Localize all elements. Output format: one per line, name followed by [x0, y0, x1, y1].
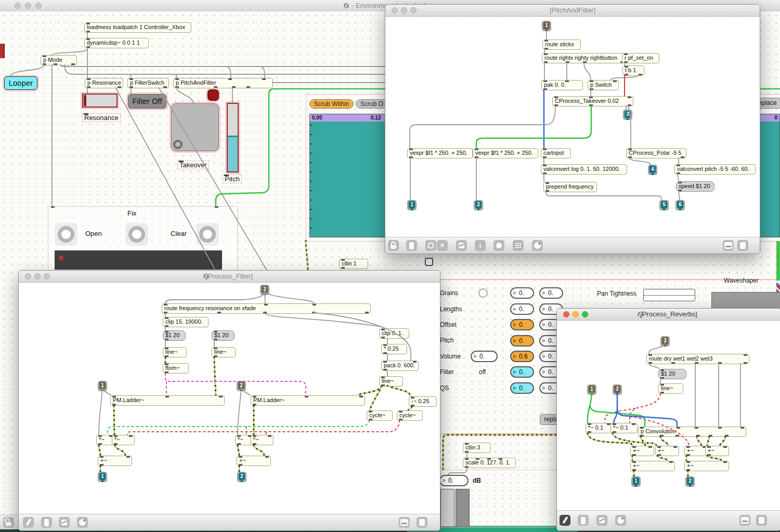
object-line-c[interactable]: line~: [379, 376, 403, 387]
fix-knob-1[interactable]: [58, 226, 74, 243]
object-line[interactable]: line~: [658, 383, 683, 394]
info-icon[interactable]: [475, 240, 486, 251]
outlet-badge-6[interactable]: 6: [675, 200, 685, 210]
outlet-badge-4[interactable]: 4: [648, 165, 657, 175]
pictslider-thumb[interactable]: [173, 140, 183, 149]
x-box-icon[interactable]: [437, 240, 448, 251]
numbox-pitch-1[interactable]: 0.: [510, 335, 534, 347]
small-square-button[interactable]: [425, 258, 433, 266]
lock-icon[interactable]: [388, 240, 399, 251]
object-pm-ladder-2[interactable]: PM.Ladder~: [251, 395, 365, 406]
object-plus-a[interactable]: +~: [98, 456, 132, 466]
object-line-b[interactable]: line~: [212, 347, 236, 357]
object-sub-025[interactable]: -~ 0.25: [409, 396, 437, 407]
object-times-a2[interactable]: *~: [112, 435, 135, 445]
object-cprocess-takeover[interactable]: CProcess_Takeover 0.02: [552, 96, 633, 107]
message-speed[interactable]: speed $1 20: [676, 181, 714, 192]
object-pack[interactable]: pack 0. 600.: [381, 361, 419, 371]
object-p-resonance[interactable]: p Resonance: [85, 78, 123, 88]
presentation-icon[interactable]: [59, 517, 70, 528]
inlet-badge-1[interactable]: 1: [587, 384, 596, 395]
object-ftom[interactable]: ftom~: [163, 363, 189, 374]
outlet-badge-2[interactable]: 2: [237, 472, 246, 482]
inlet-badge-3[interactable]: 3: [260, 285, 269, 295]
pitch-slider[interactable]: [227, 103, 239, 172]
comment-pitch[interactable]: Pitch: [223, 175, 242, 183]
object-clip-01[interactable]: clip 0. 1.: [379, 328, 409, 339]
object-route-xfade[interactable]: route frequency resonance on xfade: [162, 303, 371, 314]
close-button[interactable]: [15, 3, 21, 9]
object-prepend-frequency[interactable]: prepend frequency: [543, 182, 597, 192]
minimize-button[interactable]: [34, 273, 41, 280]
meter-right[interactable]: [456, 489, 470, 527]
object-line-a[interactable]: line~: [163, 347, 187, 357]
comment-looper[interactable]: Looper: [4, 76, 37, 90]
object-cprocess-polar[interactable]: CProcess_Polar -5 5: [626, 148, 686, 158]
grid-icon[interactable]: [513, 240, 524, 251]
object-cartopol[interactable]: cartopol: [541, 148, 571, 158]
minimize-button[interactable]: [401, 7, 407, 14]
red-toggle-led[interactable]: [207, 89, 219, 101]
fix-display-bar[interactable]: [55, 250, 222, 270]
close-button[interactable]: [563, 311, 569, 317]
outlet-badge-1[interactable]: 1: [407, 200, 417, 210]
zoom-button[interactable]: [582, 311, 588, 317]
object-ctlin3[interactable]: ctlin 3: [463, 443, 491, 453]
object-mul-025[interactable]: * 0.25: [381, 344, 407, 354]
audio-settings-icon[interactable]: [77, 517, 88, 528]
object-p-pitchandfilter[interactable]: p PitchAndFilter: [173, 78, 273, 88]
minimize-button[interactable]: [573, 311, 579, 317]
scrub-within-button[interactable]: Scrub Within: [309, 99, 354, 109]
numbox-db[interactable]: 0.: [439, 475, 469, 486]
window-full-icon[interactable]: [417, 517, 427, 528]
numbox-qs-1[interactable]: 0.: [510, 382, 534, 394]
edit-mode-icon[interactable]: [560, 515, 570, 526]
object-route-right[interactable]: route rightx righty rightbutton: [542, 53, 626, 63]
object-valconvert-pitch[interactable]: valconvert pitch -5 5 -60. 60.: [674, 164, 756, 175]
object-loadmess[interactable]: loadmess loadpatch 1 Controller_Xbox: [84, 22, 191, 33]
numbox-grains-2[interactable]: 0.: [539, 287, 563, 299]
zoom-button[interactable]: [44, 273, 50, 280]
close-button[interactable]: [25, 273, 31, 280]
close-button[interactable]: [392, 7, 398, 14]
filter-off-button[interactable]: Filter Off: [128, 94, 166, 109]
comment-resonance[interactable]: Resonance: [82, 113, 121, 122]
object-pak[interactable]: pak 0. 0.: [541, 80, 583, 90]
audio-settings-icon[interactable]: [532, 240, 543, 251]
unlock-icon[interactable]: [3, 517, 14, 528]
object-r-pf-set-on[interactable]: r pf_set_on: [622, 53, 659, 63]
outlet-badge-3[interactable]: 3: [623, 110, 632, 120]
takeover-pictslider[interactable]: [171, 103, 219, 151]
object-plus-s2[interactable]: +~: [655, 446, 679, 456]
object-route-wets[interactable]: route dry wet1 wet2 wet3: [646, 354, 749, 364]
numbox-lengths-1[interactable]: 0.: [510, 303, 534, 315]
fix-knob-3[interactable]: [199, 226, 216, 243]
object-plus-s1[interactable]: +~: [630, 446, 654, 456]
outlet-badge-5[interactable]: 5: [659, 200, 669, 210]
inlet-badge-3[interactable]: 3: [660, 336, 670, 347]
object-p-filterswitch[interactable]: p FilterSwitch: [127, 78, 169, 88]
object-p-convolution[interactable]: p Convolution: [638, 427, 746, 437]
fix-knob-2[interactable]: [128, 226, 145, 243]
inlet-badge[interactable]: 1: [542, 21, 551, 31]
window-split-icon[interactable]: [723, 240, 734, 251]
outlet-badge-2[interactable]: 2: [685, 476, 695, 487]
zoom-button[interactable]: [35, 3, 42, 9]
message-1-20[interactable]: $1 20: [658, 369, 686, 379]
outlet-badge-1[interactable]: 1: [98, 472, 107, 482]
inlet-badge-2[interactable]: 2: [237, 381, 246, 391]
object-scale[interactable]: scale 0. 127. 0. 1.: [463, 458, 516, 468]
window-full-icon[interactable]: [737, 240, 748, 251]
process-filter-titlebar[interactable]: [Process_Filter]: [19, 271, 440, 283]
resonance-slider[interactable]: [82, 94, 118, 108]
new-object-icon[interactable]: [578, 515, 589, 526]
object-p-switch[interactable]: p Switch: [588, 80, 619, 90]
audio-settings-icon[interactable]: [615, 515, 626, 526]
object-plus-w1[interactable]: +~: [630, 461, 675, 471]
pitchandfilter-titlebar[interactable]: [PitchAndFilter]: [385, 5, 760, 17]
inlet-badge-2[interactable]: 2: [613, 384, 622, 395]
object-t-b-1[interactable]: t b 1: [622, 65, 644, 76]
object-plus-b[interactable]: +~: [237, 456, 271, 466]
new-object-icon[interactable]: [41, 517, 52, 528]
inlet-badge-1[interactable]: 1: [98, 381, 107, 391]
